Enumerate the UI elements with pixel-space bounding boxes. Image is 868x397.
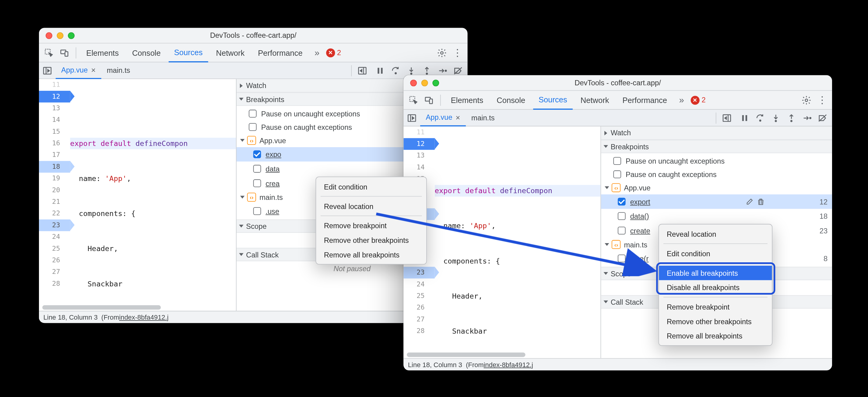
pause-caught-checkbox[interactable]: Pause on caught exceptions — [601, 168, 832, 181]
breakpoint-group[interactable]: ‹› App.vue — [601, 181, 832, 194]
checkbox-icon[interactable] — [618, 212, 626, 220]
line-number[interactable]: 13 — [39, 103, 70, 114]
checkbox-icon[interactable] — [253, 150, 261, 159]
section-breakpoints[interactable]: Breakpoints — [601, 140, 832, 153]
line-number[interactable]: 14 — [39, 114, 70, 126]
navigator-toggle-icon[interactable] — [407, 113, 417, 123]
checkbox-icon[interactable] — [618, 227, 626, 235]
error-badge[interactable]: ✕ 2 — [690, 96, 706, 105]
inspect-icon[interactable] — [42, 46, 56, 59]
step-over-icon[interactable] — [391, 65, 401, 76]
step-out-icon[interactable] — [786, 113, 797, 123]
line-number-breakpoint[interactable]: 18 — [39, 161, 70, 172]
tab-network[interactable]: Network — [575, 90, 614, 109]
edit-icon[interactable] — [746, 198, 754, 206]
breakpoint-item[interactable]: data() 18 — [601, 209, 832, 224]
sourcemap-link[interactable]: index-8bfa4912.j — [119, 313, 168, 321]
menu-item-edit-condition[interactable]: Edit condition — [316, 179, 426, 194]
file-tab-main-ts[interactable]: main.ts — [466, 109, 500, 126]
checkbox-icon[interactable] — [253, 179, 261, 188]
titlebar[interactable]: DevTools - coffee-cart.app/ — [39, 28, 468, 43]
menu-item-remove-other-breakpoints[interactable]: Remove other breakpoints — [659, 314, 772, 329]
tab-performance[interactable]: Performance — [617, 90, 673, 109]
step-icon[interactable] — [437, 65, 447, 76]
line-number-breakpoint[interactable]: 23 — [39, 219, 70, 231]
file-tab-app-vue[interactable]: App.vue × — [56, 62, 101, 79]
line-number[interactable]: 20 — [39, 184, 70, 196]
line-number[interactable]: 17 — [39, 149, 70, 161]
more-panels-icon[interactable]: » — [675, 93, 688, 107]
pause-icon[interactable] — [375, 65, 385, 76]
tab-performance[interactable]: Performance — [252, 43, 308, 62]
line-number[interactable]: 26 — [39, 254, 70, 266]
line-number[interactable]: 27 — [403, 313, 434, 325]
tab-elements[interactable]: Elements — [445, 90, 489, 109]
sourcemap-link[interactable]: index-8bfa4912.j — [484, 361, 533, 369]
menu-item-enable-all-breakpoints[interactable]: Enable all breakpoints — [659, 266, 772, 280]
line-number[interactable]: 11 — [39, 79, 70, 91]
tab-console[interactable]: Console — [127, 43, 166, 62]
horizontal-scrollbar[interactable] — [403, 351, 600, 358]
line-number[interactable]: 27 — [39, 266, 70, 278]
tab-sources[interactable]: Sources — [168, 43, 208, 62]
kebab-menu-icon[interactable]: ⋮ — [815, 93, 829, 107]
deactivate-breakpoints-icon[interactable] — [453, 65, 463, 76]
delete-icon[interactable] — [757, 198, 765, 206]
checkbox-icon[interactable] — [618, 198, 626, 206]
file-tab-main-ts[interactable]: main.ts — [101, 62, 135, 79]
line-number[interactable]: 24 — [39, 231, 70, 243]
menu-item-remove-other-breakpoints[interactable]: Remove other breakpoints — [316, 233, 426, 247]
titlebar[interactable]: DevTools - coffee-cart.app/ — [403, 75, 832, 91]
step-into-icon[interactable] — [771, 113, 781, 123]
line-number[interactable]: 16 — [39, 138, 70, 149]
step-over-icon[interactable] — [755, 113, 766, 123]
line-number[interactable]: 14 — [403, 162, 434, 173]
step-icon[interactable] — [802, 113, 812, 123]
line-number[interactable]: 11 — [403, 126, 434, 138]
checkbox-icon[interactable] — [618, 254, 626, 262]
line-number[interactable]: 24 — [403, 279, 434, 290]
tab-console[interactable]: Console — [491, 90, 531, 109]
more-panels-icon[interactable]: » — [310, 46, 323, 59]
line-number-breakpoint[interactable]: 23 — [403, 267, 434, 279]
settings-icon[interactable] — [435, 46, 448, 59]
checkbox-icon[interactable] — [253, 207, 261, 215]
navigator-toggle-icon[interactable] — [42, 65, 52, 76]
menu-item-remove-breakpoint[interactable]: Remove breakpoint — [316, 219, 426, 233]
menu-item-remove-all-breakpoints[interactable]: Remove all breakpoints — [659, 329, 772, 343]
horizontal-scrollbar[interactable] — [39, 304, 236, 311]
menu-item-edit-condition[interactable]: Edit condition — [659, 246, 772, 261]
line-number[interactable]: 19 — [39, 173, 70, 184]
settings-icon[interactable] — [800, 93, 813, 107]
line-number[interactable]: 28 — [39, 278, 70, 289]
pause-uncaught-checkbox[interactable]: Pause on uncaught exceptions — [601, 154, 832, 168]
step-into-icon[interactable] — [406, 65, 416, 76]
kebab-menu-icon[interactable]: ⋮ — [451, 46, 464, 59]
menu-item-remove-breakpoint[interactable]: Remove breakpoint — [659, 300, 772, 314]
line-number[interactable]: 26 — [403, 302, 434, 313]
inspect-icon[interactable] — [407, 93, 420, 107]
line-number[interactable]: 28 — [403, 325, 434, 337]
debugger-toggle-icon[interactable] — [718, 113, 735, 123]
debugger-toggle-icon[interactable] — [354, 65, 371, 76]
close-icon[interactable]: × — [91, 65, 96, 74]
step-out-icon[interactable] — [422, 65, 432, 76]
deactivate-breakpoints-icon[interactable] — [817, 113, 828, 123]
line-number[interactable]: 22 — [39, 208, 70, 219]
menu-item-remove-all-breakpoints[interactable]: Remove all breakpoints — [316, 247, 426, 262]
line-number-breakpoint[interactable]: 12 — [39, 91, 70, 103]
menu-item-reveal-location[interactable]: Reveal location — [659, 227, 772, 241]
file-tab-app-vue[interactable]: App.vue × — [420, 109, 466, 126]
code-editor[interactable]: 11 12 13 14 15 16 17 18 19 20 21 22 23 2… — [403, 126, 600, 358]
pause-icon[interactable] — [740, 113, 750, 123]
menu-item-reveal-location[interactable]: Reveal location — [316, 199, 426, 214]
device-toggle-icon[interactable] — [58, 46, 71, 59]
line-number[interactable]: 25 — [403, 290, 434, 302]
tab-sources[interactable]: Sources — [533, 90, 573, 109]
code-editor[interactable]: 11 12 13 14 15 16 17 18 19 20 21 22 23 2… — [39, 79, 236, 311]
line-number[interactable]: 13 — [403, 150, 434, 162]
line-number[interactable]: 15 — [39, 126, 70, 137]
tab-elements[interactable]: Elements — [81, 43, 124, 62]
tab-network[interactable]: Network — [210, 43, 250, 62]
section-watch[interactable]: Watch — [601, 126, 832, 140]
